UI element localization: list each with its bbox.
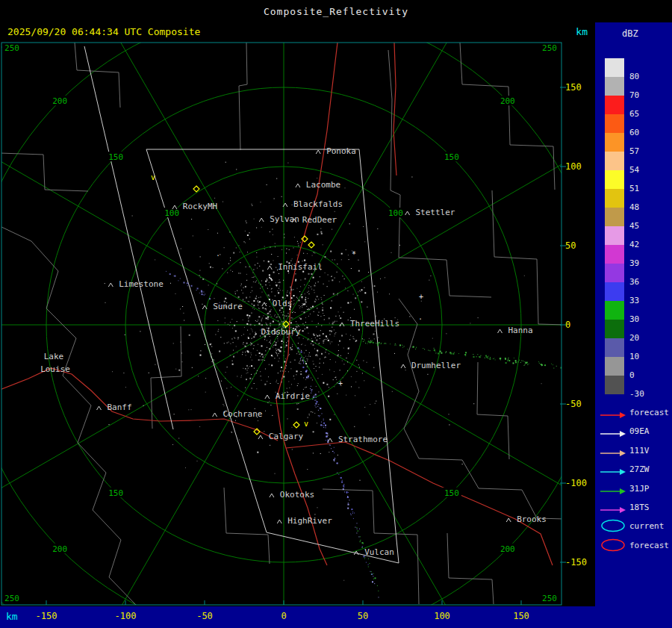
right-axis-label: -100 [565,478,587,488]
colorbar-swatch [605,226,624,245]
city-label: Lacombe [306,180,340,190]
colorbar-value: -30 [629,389,644,399]
svg-text:250: 250 [4,43,19,53]
point-marker-icon: · [216,252,220,260]
town-marker-icon [259,218,264,222]
town-marker-icon [97,406,102,410]
city-label: RockyMH [183,202,217,211]
colorbar-swatch [605,357,624,376]
colorbar-swatch [605,58,624,77]
colorbar-swatch [605,152,624,170]
colorbar-value: 54 [629,165,639,175]
colorbar-value: 65 [629,109,639,119]
city-label: ThreeHills [350,319,399,329]
point-marker-icon: v [304,420,308,428]
city-label: Sundre [213,302,243,311]
town-marker-icon [277,520,281,523]
legend-ellipse-icon [600,518,628,536]
right-axis-label: -50 [565,399,582,409]
radar-app-window: Composite_Reflectivity 2025/09/20 06:44:… [0,0,672,628]
colorbar-swatch [605,320,624,338]
city-label: RedDeer [302,215,337,225]
colorbar-value: 57 [629,146,639,156]
town-marker-icon [296,184,300,187]
svg-text:100: 100 [388,208,403,218]
legend-label: 31JP [629,484,650,494]
legend-ellipse-icon [600,538,628,556]
legend-arrow-icon [600,427,626,441]
city-label: HighRiver [287,516,332,526]
colorbar-value: 42 [629,240,639,249]
bottom-axis-label: -100 [115,611,137,621]
colorbar-value: 33 [629,296,639,305]
town-marker-icon [258,435,263,439]
colorbar-value: 70 [629,90,639,100]
colorbar-swatch [605,96,624,114]
legend-label: 27ZW [629,464,650,474]
city-label: Ponoka [326,146,356,156]
window-title: Composite_Reflectivity [0,0,672,22]
city-label: Cochrane [223,409,263,419]
colorbar-value: 48 [629,202,639,212]
colorbar-value: 51 [629,184,639,193]
town-marker-icon [405,211,410,215]
colorbar-value: 80 [629,72,639,81]
svg-text:200: 200 [500,544,515,554]
colorbar-swatch [605,170,624,189]
city-label: Calgary [269,432,304,441]
colorbar-swatch [605,245,624,264]
right-axis-label: 100 [565,161,582,172]
svg-text:150: 150 [444,488,459,498]
svg-text:250: 250 [542,594,557,603]
town-marker-icon [270,494,274,497]
point-marker-icon: v [151,173,155,181]
svg-text:150: 150 [108,152,123,162]
city-label: Lake [44,352,64,361]
legend-label: forecast [629,408,669,417]
colorbar-swatch [605,301,624,320]
timestamp-label: 2025/09/20 06:44:34 UTC Composite [7,26,200,37]
city-label: Didsbury [261,327,301,337]
city-label: Brooks [517,514,547,524]
legend-label: 111V [629,446,650,456]
colorbar-swatch [605,133,624,152]
point-marker-icon: · [418,315,423,323]
city-label: Airdrie [276,391,310,401]
town-marker-icon [506,518,511,522]
colorbar-value: 10 [629,352,639,361]
legend-arrow-icon [600,485,626,499]
point-marker-icon: + [419,293,423,301]
city-label: Olds [273,299,293,308]
colorbar-swatch [605,77,624,96]
city-label: Sylvan [270,214,299,224]
city-label: Banff [107,402,131,412]
radar-map-area: 1001502002501001502002501502002501502002… [0,41,595,606]
legend-label: 18TS [629,503,650,512]
bottom-axis-bar: km -150-100-50050100150 [0,606,672,628]
city-label: Stettler [416,208,455,217]
colorbar-value: 39 [629,258,639,268]
legend-arrow-icon [600,465,626,479]
colorbar-swatch [605,264,624,282]
colorbar-swatch [605,338,624,357]
svg-text:200: 200 [52,544,67,554]
vertical-axis-unit: km [576,26,588,37]
colorbar-swatch [605,189,624,208]
svg-text:150: 150 [444,152,459,162]
radar-map[interactable]: 1001502002501001502002501502002501502002… [0,41,595,606]
city-label: Louise [40,364,70,374]
legend-label: current [629,521,664,531]
town-marker-icon [213,413,217,417]
town-marker-icon [316,150,320,154]
colorbar-swatch [605,114,624,133]
legend-arrow-icon [600,408,626,423]
svg-text:250: 250 [4,594,19,603]
colorbar-value: 36 [629,277,639,287]
right-axis-label: -150 [565,557,587,568]
town-marker-icon [262,302,267,306]
colorbar-sidebar: dBZ 807065605754514845423936333020100-30… [595,22,672,606]
bottom-axis-label: 0 [281,611,286,621]
city-label: Okotoks [280,490,314,500]
bottom-axis-label: -150 [36,611,57,621]
city-label: Hanna [508,326,532,335]
